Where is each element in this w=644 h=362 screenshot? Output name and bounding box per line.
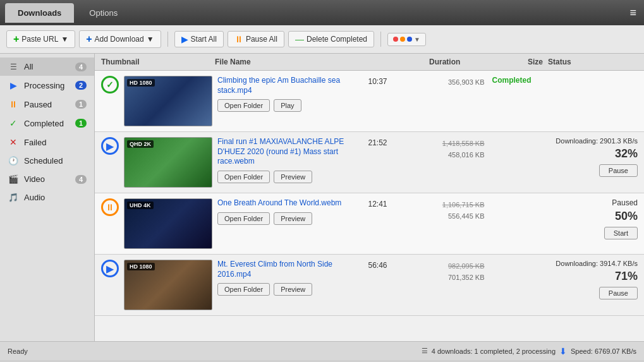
row-content: UHD 4K One Breath Around The World.webm …	[124, 198, 638, 249]
sidebar-badge-processing: 2	[75, 81, 87, 90]
download-arrow-icon: ⬇	[559, 346, 567, 356]
sidebar-item-all[interactable]: ☰ All 4	[0, 57, 94, 76]
check-icon: ✓	[106, 80, 114, 90]
sidebar-item-failed[interactable]: ✕ Failed	[0, 133, 94, 152]
separator	[167, 32, 168, 47]
paste-url-button[interactable]: + Paste URL ▼	[6, 30, 75, 48]
sidebar-item-scheduled[interactable]: 🕐 Scheduled	[0, 152, 94, 170]
dropdown-arrow: ▼	[414, 36, 420, 43]
download-row: ▶ HD 1080 Mt. Everest Climb from North S…	[95, 255, 644, 316]
col-filename: File Name	[215, 57, 429, 66]
file-info-2: Final run #1 MAXIAVALANCHE ALPE D'HUEZ 2…	[215, 137, 366, 183]
open-folder-btn-3[interactable]: Open Folder	[217, 212, 270, 225]
tab-downloads[interactable]: Downloads	[5, 3, 74, 23]
tab-options[interactable]: Options	[76, 3, 130, 23]
play-btn-1[interactable]: Play	[274, 99, 301, 112]
quality-badge-1: HD 1080	[127, 79, 155, 87]
sidebar-item-audio[interactable]: 🎵 Audio	[0, 188, 94, 207]
sidebar-label-processing: Processing	[24, 81, 70, 90]
pause-all-button[interactable]: ⏸ Pause All	[228, 31, 284, 47]
plus-icon: +	[13, 33, 19, 45]
file-name-3[interactable]: One Breath Around The World.webm	[217, 198, 363, 208]
list-icon: ☰	[8, 63, 19, 71]
download-row: ✓ HD 1080 Climbing the epic Am Buachaill…	[95, 71, 644, 132]
download-row: ▶ QHD 2K Final run #1 MAXIAVALANCHE ALPE…	[95, 132, 644, 193]
preview-btn-2[interactable]: Preview	[274, 171, 312, 183]
quality-badge-3: UHD 4K	[127, 202, 154, 209]
paused-icon: ⏸	[8, 99, 19, 109]
add-download-button[interactable]: + Add Download ▼	[79, 30, 161, 48]
status-text-3: Paused	[612, 198, 638, 207]
file-name-2[interactable]: Final run #1 MAXIAVALANCHE ALPE D'HUEZ 2…	[217, 137, 363, 167]
thumbnail-1: HD 1080	[124, 76, 212, 126]
dot-orange	[400, 37, 405, 42]
file-info-4: Mt. Everest Climb from North Side 2016.m…	[215, 260, 366, 296]
thumbnail-2: QHD 2K	[124, 137, 212, 188]
dropdown-arrow: ▼	[61, 35, 68, 44]
file-name-1[interactable]: Climbing the epic Am Buachaille sea stac…	[217, 76, 363, 95]
open-folder-btn-4[interactable]: Open Folder	[217, 283, 270, 296]
open-folder-btn-2[interactable]: Open Folder	[217, 171, 270, 183]
play-circle-icon2: ▶	[106, 263, 114, 275]
sidebar-label-video: Video	[24, 174, 70, 184]
pause-btn-2[interactable]: Pause	[599, 164, 638, 177]
sidebar-item-completed[interactable]: ✓ Completed 1	[0, 114, 94, 133]
processing-icon: ▶	[8, 80, 19, 90]
status-3: Paused 50% Start	[487, 198, 638, 239]
status-2: Downloading: 2901.3 KB/s 32% Pause	[487, 137, 638, 177]
duration-2: 21:52	[368, 137, 419, 147]
quality-badge-2: QHD 2K	[127, 140, 154, 148]
speed-text: Speed: 6769.07 KB/s	[571, 347, 636, 355]
sidebar-label-completed: Completed	[24, 119, 70, 128]
sidebar-badge-all: 4	[75, 63, 87, 71]
sidebar-label-paused: Paused	[24, 100, 70, 109]
sidebar-item-paused[interactable]: ⏸ Paused 1	[0, 95, 94, 114]
dot-blue	[407, 37, 412, 42]
failed-icon: ✕	[8, 137, 19, 147]
preview-btn-4[interactable]: Preview	[274, 283, 312, 296]
sidebar-badge-completed: 1	[75, 119, 87, 128]
open-folder-btn-1[interactable]: Open Folder	[217, 99, 270, 112]
play-circle-icon: ▶	[106, 140, 114, 152]
pause-btn-4[interactable]: Pause	[599, 287, 638, 299]
size-3: 1,106,715 KB 556,445 KB	[422, 198, 485, 222]
thumbnail-3: UHD 4K	[124, 198, 212, 249]
file-name-4[interactable]: Mt. Everest Climb from North Side 2016.m…	[217, 260, 363, 279]
list-icon-status: ☰	[422, 347, 428, 355]
status-text-2: Downloading: 2901.3 KB/s	[556, 137, 638, 145]
completed-icon: ✓	[8, 118, 19, 128]
percent-2: 32%	[615, 147, 638, 160]
menu-icon[interactable]: ≡	[629, 6, 636, 20]
more-options-button[interactable]: ▼	[387, 33, 426, 46]
title-bar: Downloads Options ≡	[0, 0, 644, 25]
delete-icon: —	[295, 34, 304, 44]
percent-3: 50%	[615, 210, 638, 223]
sidebar-item-video[interactable]: 🎬 Video 4	[0, 170, 94, 188]
preview-btn-3[interactable]: Preview	[274, 212, 312, 225]
table-header: Thumbnail File Name Duration Size Status	[95, 54, 644, 71]
delete-completed-button[interactable]: — Delete Completed	[288, 31, 374, 47]
row-actions-2: Open Folder Preview	[217, 171, 363, 183]
separator2	[380, 32, 381, 47]
size-2: 1,418,558 KB 458,016 KB	[422, 137, 485, 160]
plus-blue-icon: +	[86, 33, 92, 45]
sidebar-item-processing[interactable]: ▶ Processing 2	[0, 76, 94, 95]
file-info-1: Climbing the epic Am Buachaille sea stac…	[215, 76, 366, 112]
col-size: Size	[480, 57, 543, 66]
scheduled-icon: 🕐	[8, 156, 19, 166]
col-duration: Duration	[429, 57, 480, 66]
status-circle-processing: ▶	[101, 137, 119, 155]
row-actions-1: Open Folder Play	[217, 99, 363, 112]
play-icon: ▶	[181, 34, 188, 44]
row-actions-3: Open Folder Preview	[217, 212, 363, 225]
duration-4: 56:46	[368, 260, 419, 270]
status-text-4: Downloading: 3914.7 KB/s	[556, 260, 638, 267]
status-bar: Ready ☰ 4 downloads: 1 completed, 2 proc…	[0, 341, 644, 360]
thumbnail-4: HD 1080	[124, 260, 212, 310]
row-content: HD 1080 Climbing the epic Am Buachaille …	[124, 76, 638, 126]
status-4: Downloading: 3914.7 KB/s 71% Pause	[487, 260, 638, 299]
start-btn-3[interactable]: Start	[604, 227, 638, 239]
start-all-button[interactable]: ▶ Start All	[174, 31, 224, 47]
sidebar-label-scheduled: Scheduled	[24, 156, 87, 166]
main-layout: ☰ All 4 ▶ Processing 2 ⏸ Paused 1 ✓ Comp…	[0, 54, 644, 341]
